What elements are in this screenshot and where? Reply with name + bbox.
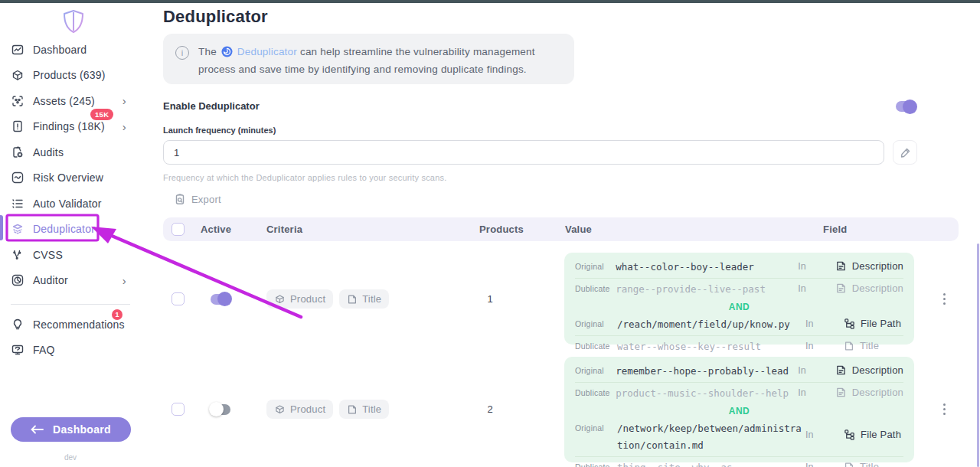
deduplicator-page: Dashboard Products (639) Assets (245) › …: [0, 0, 980, 467]
sidebar-footer-menu: Recommendations 1 FAQ: [0, 312, 163, 363]
sidebar-menu: Dashboard Products (639) Assets (245) › …: [0, 37, 163, 293]
sidebar-item-cvss[interactable]: CVSS: [0, 242, 163, 268]
products-count: 2: [482, 403, 498, 415]
arrow-left-icon: [31, 425, 44, 434]
toggle-knob: [209, 402, 224, 416]
page-title: Deduplicator: [163, 7, 268, 27]
column-header-products: Products: [479, 224, 565, 235]
risk-overview-icon: [11, 171, 24, 185]
field-label: Description: [852, 364, 903, 376]
launch-frequency-label: Launch frequency (minutes): [163, 126, 276, 135]
condition-operator: In: [805, 338, 844, 351]
condition-role: Dublicate: [575, 338, 617, 351]
criteria-chip-product: Product: [266, 289, 333, 309]
app-logo-shield-icon: [60, 8, 87, 35]
condition-role: Original: [575, 259, 616, 271]
chevron-right-icon: ›: [122, 120, 126, 133]
condition-value: thing--site--why--as: [617, 459, 805, 467]
export-button[interactable]: Export: [174, 193, 221, 205]
findings-icon: [11, 119, 24, 133]
chevron-right-icon: ›: [122, 274, 126, 287]
enable-deduplicator-toggle[interactable]: [896, 101, 916, 112]
condition-field: Description: [835, 259, 903, 272]
conditions-panel: Original what--color--boy--leader In Des…: [564, 253, 914, 345]
title-page-icon: [347, 294, 358, 305]
deduplicator-icon: [11, 222, 24, 236]
sidebar-item-auto-validator[interactable]: Auto Validator: [0, 191, 163, 217]
assets-icon: [11, 94, 24, 108]
pencil-icon: [900, 147, 911, 158]
sidebar-item-label: Auto Validator: [33, 198, 102, 210]
field-label: Description: [852, 282, 903, 294]
sidebar-divider: [11, 304, 130, 305]
chip-label: Product: [290, 293, 325, 305]
criteria-chips: Product Title: [266, 289, 389, 309]
condition-value: water--whose--key--result: [617, 338, 805, 355]
sidebar-item-label: Deduplicator: [33, 223, 95, 235]
rule-active-toggle[interactable]: [211, 294, 230, 305]
title-icon: [844, 462, 854, 467]
sidebar-item-auditor[interactable]: Auditor ›: [0, 268, 163, 294]
row-menu-kebab-icon[interactable]: [939, 403, 949, 415]
row-menu-kebab-icon[interactable]: [939, 293, 949, 305]
description-icon: [835, 260, 847, 272]
rule-active-toggle[interactable]: [211, 404, 230, 415]
condition-operator: In: [805, 420, 844, 440]
launch-frequency-input[interactable]: [163, 140, 884, 165]
chip-label: Title: [362, 403, 381, 415]
back-to-dashboard-button[interactable]: Dashboard: [11, 417, 131, 442]
condition-role: Original: [575, 316, 617, 328]
sidebar-item-products[interactable]: Products (639): [0, 63, 163, 89]
condition-role: Original: [575, 363, 616, 375]
condition-line: Dublicate product--music--shoulder--help…: [575, 382, 903, 404]
row-checkbox[interactable]: [172, 292, 185, 305]
dashboard-icon: [11, 43, 24, 57]
criteria-chip-title: Title: [339, 289, 389, 309]
condition-operator: In: [798, 259, 835, 272]
back-button-label: Dashboard: [53, 423, 111, 436]
sidebar-item-recommendations[interactable]: Recommendations 1: [0, 312, 163, 338]
sidebar-item-deduplicator[interactable]: Deduplicator: [0, 217, 163, 243]
sidebar-item-label: CVSS: [33, 249, 63, 261]
conditions-panel: Original remember--hope--probably--lead …: [564, 357, 914, 462]
sidebar-item-assets[interactable]: Assets (245) ›: [0, 88, 163, 114]
scrollbar-thumb[interactable]: [977, 243, 979, 467]
edit-frequency-button[interactable]: [893, 140, 917, 165]
deduplicator-doc-link[interactable]: Deduplicator: [237, 46, 297, 57]
export-icon: [174, 193, 186, 205]
and-joiner: AND: [564, 300, 914, 314]
chip-label: Title: [362, 293, 381, 305]
sidebar-item-label: Dashboard: [33, 44, 87, 56]
condition-field: File Path: [844, 316, 901, 329]
product-cube-icon: [274, 403, 286, 415]
title-icon: [844, 341, 854, 351]
condition-line: Dublicate thing--site--why--as In Title: [575, 456, 903, 467]
condition-field: Title: [844, 338, 879, 351]
enable-deduplicator-label: Enable Deduplicator: [163, 100, 260, 112]
sidebar-item-risk-overview[interactable]: Risk Overview: [0, 165, 163, 191]
condition-field: Description: [835, 363, 903, 376]
condition-value: range--provide--live--past: [616, 281, 798, 298]
frequency-help-text: Frequency at which the Deduplicator appl…: [163, 173, 446, 182]
products-icon: [11, 68, 24, 82]
condition-field: Title: [844, 459, 879, 467]
condition-operator: In: [805, 459, 844, 467]
sidebar-item-label: Assets (245): [33, 95, 95, 107]
sidebar-item-dashboard[interactable]: Dashboard: [0, 37, 163, 63]
select-all-checkbox[interactable]: [172, 223, 185, 236]
and-joiner: AND: [564, 404, 914, 418]
sidebar-item-label: Auditor: [33, 274, 68, 286]
sidebar-item-label: Risk Overview: [33, 171, 103, 184]
file-path-icon: [844, 429, 855, 440]
field-label: Description: [852, 260, 903, 272]
sidebar-item-faq[interactable]: FAQ: [0, 338, 163, 364]
condition-field: Description: [835, 385, 903, 398]
row-checkbox[interactable]: [172, 403, 185, 416]
sidebar-item-audits[interactable]: Audits: [0, 139, 163, 165]
condition-line: Original what--color--boy--leader In Des…: [575, 256, 903, 278]
field-label: File Path: [861, 318, 901, 329]
sidebar-item-findings[interactable]: Findings (18K) 15K ›: [0, 114, 163, 140]
criteria-chips: Product Title: [266, 400, 389, 419]
recommendations-count-badge: 1: [112, 309, 122, 320]
auto-validator-icon: [11, 197, 24, 211]
